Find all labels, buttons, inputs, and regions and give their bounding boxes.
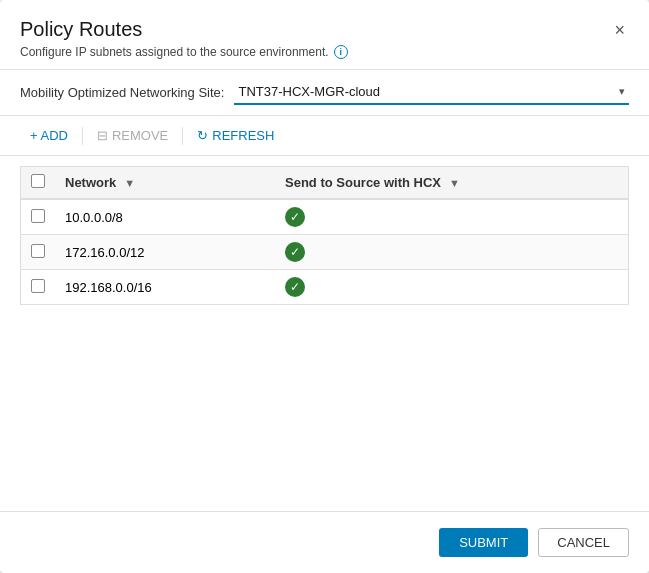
row-checkbox-cell (21, 270, 56, 305)
filter-network-icon[interactable]: ▼ (124, 177, 135, 189)
add-button[interactable]: + ADD (20, 124, 78, 147)
cancel-button[interactable]: CANCEL (538, 528, 629, 557)
remove-icon: ⊟ (97, 128, 108, 143)
th-send-label: Send to Source with HCX (285, 175, 441, 190)
dialog-footer: SUBMIT CANCEL (0, 511, 649, 573)
chevron-down-icon: ▾ (615, 85, 629, 98)
table-row: 172.16.0.0/12 ✓ (21, 235, 629, 270)
row-network: 192.168.0.0/16 (55, 270, 275, 305)
remove-button[interactable]: ⊟ REMOVE (87, 124, 178, 147)
remove-label: REMOVE (112, 128, 168, 143)
refresh-icon: ↻ (197, 128, 208, 143)
row-network: 172.16.0.0/12 (55, 235, 275, 270)
table-row: 192.168.0.0/16 ✓ (21, 270, 629, 305)
row-send: ✓ (275, 199, 629, 235)
subtitle-text: Configure IP subnets assigned to the sou… (20, 45, 329, 59)
info-icon[interactable]: i (334, 45, 348, 59)
refresh-button[interactable]: ↻ REFRESH (187, 124, 284, 147)
mobility-row: Mobility Optimized Networking Site: TNT3… (0, 70, 649, 116)
table-container: Network ▼ Send to Source with HCX ▼ (0, 156, 649, 511)
row-checkbox-cell (21, 235, 56, 270)
check-icon: ✓ (285, 207, 305, 227)
th-checkbox (21, 167, 56, 200)
dialog-title: Policy Routes (20, 18, 142, 41)
th-send: Send to Source with HCX ▼ (275, 167, 629, 200)
check-icon: ✓ (285, 277, 305, 297)
policy-routes-dialog: Policy Routes × Configure IP subnets ass… (0, 0, 649, 573)
mobility-label: Mobility Optimized Networking Site: (20, 85, 224, 100)
row-checkbox-cell (21, 199, 56, 235)
close-button[interactable]: × (610, 19, 629, 41)
row-send: ✓ (275, 235, 629, 270)
filter-send-icon[interactable]: ▼ (449, 177, 460, 189)
th-network: Network ▼ (55, 167, 275, 200)
row-checkbox[interactable] (31, 244, 45, 258)
row-network: 10.0.0.0/8 (55, 199, 275, 235)
routes-table: Network ▼ Send to Source with HCX ▼ (20, 166, 629, 305)
row-checkbox[interactable] (31, 209, 45, 223)
dialog-header: Policy Routes × Configure IP subnets ass… (0, 0, 649, 70)
toolbar: + ADD ⊟ REMOVE ↻ REFRESH (0, 116, 649, 156)
select-all-checkbox[interactable] (31, 174, 45, 188)
mobility-select[interactable]: TNT37-HCX-MGR-cloud ▾ (234, 80, 629, 105)
table-row: 10.0.0.0/8 ✓ (21, 199, 629, 235)
mobility-select-value: TNT37-HCX-MGR-cloud (234, 82, 615, 101)
submit-button[interactable]: SUBMIT (439, 528, 528, 557)
row-checkbox[interactable] (31, 279, 45, 293)
th-network-label: Network (65, 175, 116, 190)
toolbar-separator-1 (82, 127, 83, 145)
row-send: ✓ (275, 270, 629, 305)
add-label: + ADD (30, 128, 68, 143)
toolbar-separator-2 (182, 127, 183, 145)
refresh-label: REFRESH (212, 128, 274, 143)
dialog-subtitle: Configure IP subnets assigned to the sou… (20, 45, 629, 59)
check-icon: ✓ (285, 242, 305, 262)
